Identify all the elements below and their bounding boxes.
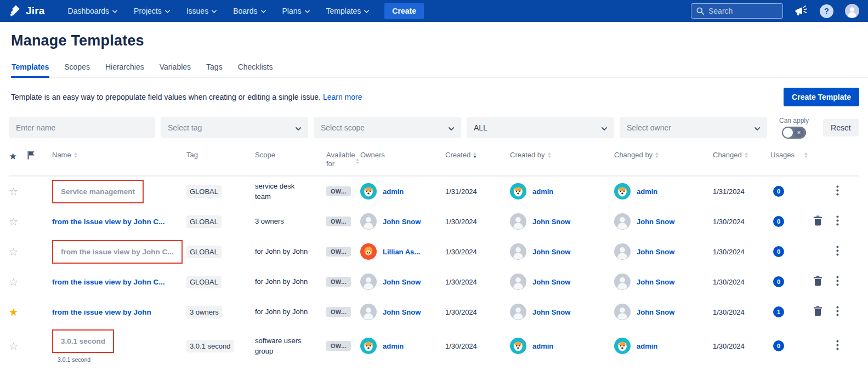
changed-column-header[interactable]: Changed [713, 151, 770, 160]
nav-menu-boards[interactable]: Boards [233, 7, 265, 15]
dog-avatar-image [510, 338, 526, 354]
tab-hierarchies[interactable]: Hierarchies [105, 62, 145, 78]
owner-cell: John Snow [360, 213, 445, 230]
help-icon[interactable]: ? [820, 4, 833, 18]
changed-by-column-header[interactable]: Changed by [614, 151, 713, 160]
star-outline-icon[interactable]: ☆ [9, 340, 18, 352]
tag-filter-select[interactable]: Select tag [161, 117, 308, 138]
nav-menu-dashboards[interactable]: Dashboards [68, 7, 118, 15]
star-cell: ☆ [9, 276, 27, 288]
announcements-icon[interactable] [795, 5, 808, 17]
learn-more-link[interactable]: Learn more [323, 93, 362, 101]
more-actions-button[interactable] [836, 276, 839, 286]
owner-filter-select[interactable]: Select owner [620, 117, 767, 138]
available-for-chip[interactable]: OW... [326, 277, 351, 287]
star-cell: ☆ [9, 185, 27, 198]
owner-link[interactable]: Lillian As... [383, 248, 420, 256]
star-outline-icon[interactable]: ☆ [9, 216, 18, 227]
create-button[interactable]: Create [384, 3, 424, 19]
owners-header-label: Owners [360, 151, 385, 160]
tab-scopes[interactable]: Scopes [64, 62, 90, 78]
scope-filter-select[interactable]: Select scope [314, 117, 461, 138]
changed-date: 1/30/2024 [713, 248, 770, 256]
changed-by-link[interactable]: John Snow [637, 278, 674, 286]
star-outline-icon[interactable]: ☆ [9, 276, 18, 288]
sort-icon [548, 152, 551, 158]
more-actions-button[interactable] [836, 185, 839, 196]
changed-by-link[interactable]: John Snow [637, 218, 674, 226]
annotation-box: from the issue view by John C... [52, 240, 183, 264]
owner-link[interactable]: admin [383, 342, 404, 350]
type-filter-select[interactable]: ALL [467, 117, 614, 138]
template-name-link[interactable]: from the issue view by John C... [61, 248, 174, 256]
filter-bar: Select tag Select scope ALL Select owner… [9, 117, 859, 139]
template-name-link[interactable]: from the issue view by John C... [52, 278, 165, 286]
owner-link[interactable]: John Snow [383, 218, 421, 226]
template-name-link[interactable]: from the issue view by John [52, 308, 151, 316]
created-by-link[interactable]: John Snow [532, 278, 570, 286]
name-filter-input[interactable] [9, 117, 155, 138]
name-column-header[interactable]: Name [52, 151, 186, 160]
scope-filter-value: Select scope [321, 123, 365, 132]
star-outline-icon[interactable]: ☆ [9, 246, 18, 258]
created-by-column-header[interactable]: Created by [510, 151, 614, 160]
jira-logo[interactable]: Jira [9, 4, 45, 18]
nav-menu-plans[interactable]: Plans [282, 7, 310, 15]
created-by-link[interactable]: John Snow [532, 248, 570, 256]
chevron-down-icon [364, 10, 369, 13]
nav-menu-templates[interactable]: Templates [326, 7, 370, 15]
owner-link[interactable]: John Snow [383, 308, 421, 316]
tag-header-label: Tag [186, 151, 198, 160]
usages-column-header[interactable]: Usages [770, 151, 813, 160]
more-actions-button[interactable] [836, 215, 839, 226]
star-outline-icon[interactable]: ☆ [9, 186, 18, 197]
nav-menu-projects[interactable]: Projects [134, 7, 170, 15]
more-actions-button[interactable] [836, 306, 839, 316]
star-column-header[interactable]: ★ [9, 151, 27, 162]
tab-tags[interactable]: Tags [206, 62, 223, 78]
changed-by-link[interactable]: John Snow [637, 308, 674, 316]
created-column-header[interactable]: Created [445, 151, 510, 160]
available-for-chip[interactable]: OW... [326, 186, 351, 196]
available-for-chip[interactable]: OW... [326, 341, 351, 351]
reset-button[interactable]: Reset [823, 119, 859, 136]
tab-templates[interactable]: Templates [11, 62, 49, 78]
can-apply-toggle[interactable]: ✕ [782, 127, 806, 139]
template-name-link[interactable]: from the issue view by John C... [52, 218, 165, 226]
delete-button[interactable] [813, 276, 822, 286]
available-for-chip[interactable]: OW... [326, 217, 351, 226]
user-avatar[interactable] [845, 4, 859, 18]
available-for-chip[interactable]: OW... [326, 307, 351, 317]
tag-chip: GLOBAL [186, 246, 222, 258]
create-template-button[interactable]: Create Template [784, 88, 859, 106]
delete-button[interactable] [813, 215, 822, 226]
owner-link[interactable]: John Snow [383, 278, 421, 286]
flag-column-header[interactable] [27, 151, 52, 160]
tab-variables[interactable]: Variables [159, 62, 191, 78]
tab-checklists[interactable]: Checklists [237, 62, 274, 78]
template-name-link[interactable]: 3.0.1 second [61, 337, 105, 345]
nav-menu-issues[interactable]: Issues [186, 7, 217, 15]
more-actions-button[interactable] [836, 246, 839, 256]
star-filled-icon[interactable]: ★ [9, 306, 18, 318]
delete-button[interactable] [813, 306, 822, 316]
template-name-cell: from the issue view by John C... [52, 240, 186, 264]
available-for-column-header[interactable]: Available for [326, 151, 360, 169]
changed-by-link[interactable]: John Snow [637, 248, 674, 256]
available-for-chip[interactable]: OW... [326, 247, 351, 257]
owners-column-header: Owners [360, 151, 445, 160]
created-by-link[interactable]: John Snow [532, 218, 570, 226]
person-avatar [360, 274, 377, 290]
owner-link[interactable]: admin [383, 187, 404, 196]
annotation-box: 3.0.1 second [52, 329, 114, 353]
changed-by-link[interactable]: admin [637, 342, 657, 350]
created-by-link[interactable]: admin [532, 342, 553, 350]
template-name-link[interactable]: Service management [61, 187, 135, 196]
person-avatar-image [510, 243, 526, 260]
created-by-link[interactable]: admin [532, 187, 553, 196]
more-actions-button[interactable] [836, 340, 839, 350]
search-input[interactable]: Search [691, 3, 783, 19]
changed-by-link[interactable]: admin [637, 187, 657, 196]
dog-avatar [614, 338, 631, 354]
created-by-link[interactable]: John Snow [532, 308, 570, 316]
